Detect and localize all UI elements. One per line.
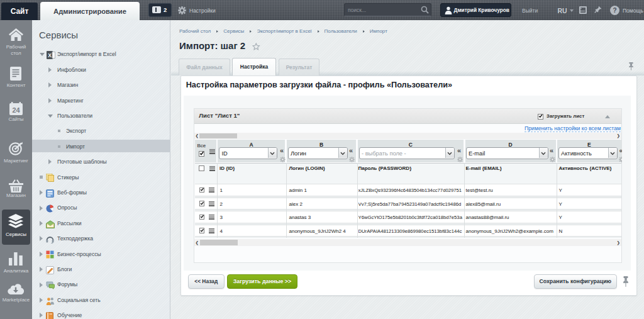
svg-text:24: 24 <box>12 106 20 114</box>
svg-text:X: X <box>48 52 52 59</box>
